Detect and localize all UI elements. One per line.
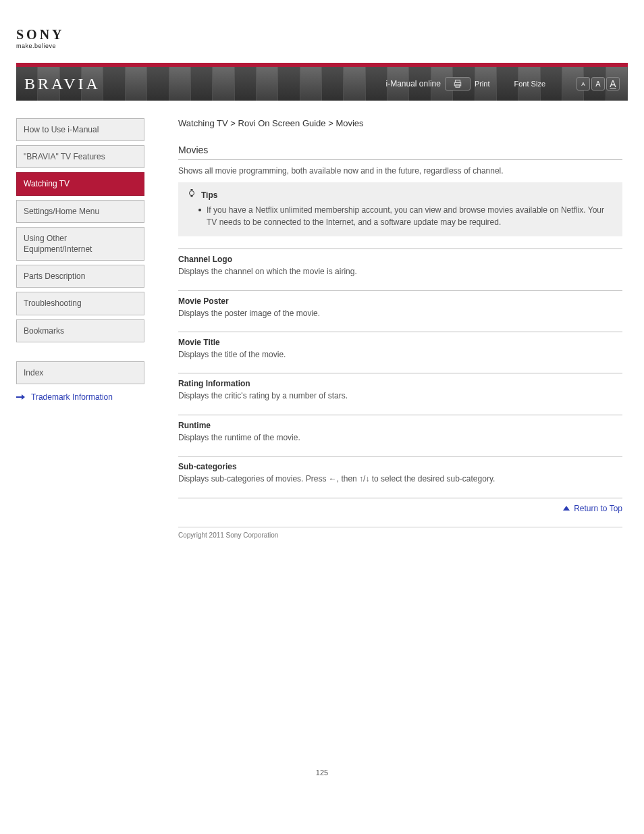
brand-logo: SONY bbox=[16, 27, 628, 43]
brand-tagline: make.believe bbox=[16, 43, 628, 49]
footer-divider bbox=[178, 527, 622, 527]
nav-settings-home[interactable]: Settings/Home Menu bbox=[16, 200, 144, 223]
svg-rect-4 bbox=[191, 195, 193, 197]
tips-label: Tips bbox=[201, 190, 217, 200]
section-body: Displays the title of the movie. bbox=[178, 349, 622, 361]
section-body: Displays the critic's rating by a number… bbox=[178, 390, 622, 402]
section-subcategories: Sub-categories Displays sub-categories o… bbox=[178, 456, 622, 497]
sidebar: How to Use i-Manual "BRAVIA" TV Features… bbox=[16, 118, 144, 539]
print-icon bbox=[453, 79, 462, 88]
nav-bravia-features[interactable]: "BRAVIA" TV Features bbox=[16, 145, 144, 168]
page-number: 125 bbox=[16, 768, 628, 777]
return-to-top-link[interactable]: Return to Top bbox=[563, 504, 622, 513]
section-label: Rating Information bbox=[178, 379, 622, 388]
section-label: Movie Title bbox=[178, 338, 622, 347]
breadcrumb: Watching TV > Rovi On Screen Guide > Mov… bbox=[178, 118, 622, 128]
section-label: Channel Logo bbox=[178, 255, 622, 264]
section-movie-poster: Movie Poster Displays the poster image o… bbox=[178, 290, 622, 332]
return-top-row: Return to Top bbox=[178, 498, 622, 513]
imanual-link[interactable]: i-Manual online bbox=[386, 79, 441, 88]
logo-area: SONY make.believe bbox=[16, 27, 628, 49]
imanual-link-text: i-Manual online bbox=[386, 79, 441, 88]
print-label: Print bbox=[475, 80, 490, 88]
section-body: Displays sub-categories of movies. Press… bbox=[178, 473, 622, 485]
product-name: BRAVIA bbox=[24, 75, 101, 93]
nav-how-to-use[interactable]: How to Use i-Manual bbox=[16, 118, 144, 141]
trademark-info-text: Trademark Information bbox=[31, 392, 113, 402]
nav-other-equipment[interactable]: Using Other Equipment/Internet bbox=[16, 227, 144, 261]
nav-bookmarks[interactable]: Bookmarks bbox=[16, 319, 144, 342]
section-rating: Rating Information Displays the critic's… bbox=[178, 373, 622, 414]
section-body: Displays the channel on which the movie … bbox=[178, 266, 622, 278]
trademark-info-link[interactable]: Trademark Information bbox=[16, 392, 144, 402]
page-title: Movies bbox=[178, 145, 622, 155]
font-size-large-button[interactable]: A bbox=[606, 77, 620, 90]
intro-text: Shows all movie programming, both availa… bbox=[178, 165, 622, 177]
section-label: Sub-categories bbox=[178, 462, 622, 471]
nav-parts-description[interactable]: Parts Description bbox=[16, 265, 144, 288]
font-size-medium-button[interactable]: A bbox=[591, 77, 605, 90]
section-label: Runtime bbox=[178, 421, 622, 430]
nav-troubleshooting[interactable]: Troubleshooting bbox=[16, 292, 144, 315]
svg-point-3 bbox=[190, 191, 194, 196]
lightbulb-icon bbox=[188, 189, 196, 201]
section-channel-logo: Channel Logo Displays the channel on whi… bbox=[178, 249, 622, 290]
section-body: Displays the runtime of the movie. bbox=[178, 432, 622, 444]
section-runtime: Runtime Displays the runtime of the movi… bbox=[178, 415, 622, 456]
tip-item: If you have a Netflix unlimited membersh… bbox=[198, 205, 613, 228]
print-button[interactable] bbox=[445, 77, 471, 90]
nav-watching-tv[interactable]: Watching TV bbox=[16, 172, 144, 195]
intro-section: Shows all movie programming, both availa… bbox=[178, 159, 622, 249]
tips-box: Tips If you have a Netflix unlimited mem… bbox=[178, 182, 622, 236]
nav-index[interactable]: Index bbox=[16, 361, 144, 384]
copyright-text: Copyright 2011 Sony Corporation bbox=[178, 531, 622, 539]
section-label: Movie Poster bbox=[178, 296, 622, 306]
triangle-up-icon bbox=[563, 506, 570, 511]
section-body: Displays the poster image of the movie. bbox=[178, 308, 622, 319]
return-to-top-text: Return to Top bbox=[574, 504, 622, 513]
font-size-small-button[interactable]: A bbox=[576, 77, 590, 90]
font-size-label: Font Size bbox=[514, 80, 545, 88]
main-content: Watching TV > Rovi On Screen Guide > Mov… bbox=[178, 118, 628, 539]
arrow-right-icon bbox=[16, 393, 27, 401]
section-movie-title: Movie Title Displays the title of the mo… bbox=[178, 332, 622, 373]
header-bar: BRAVIA i-Manual online Print Font Size A bbox=[16, 63, 628, 101]
